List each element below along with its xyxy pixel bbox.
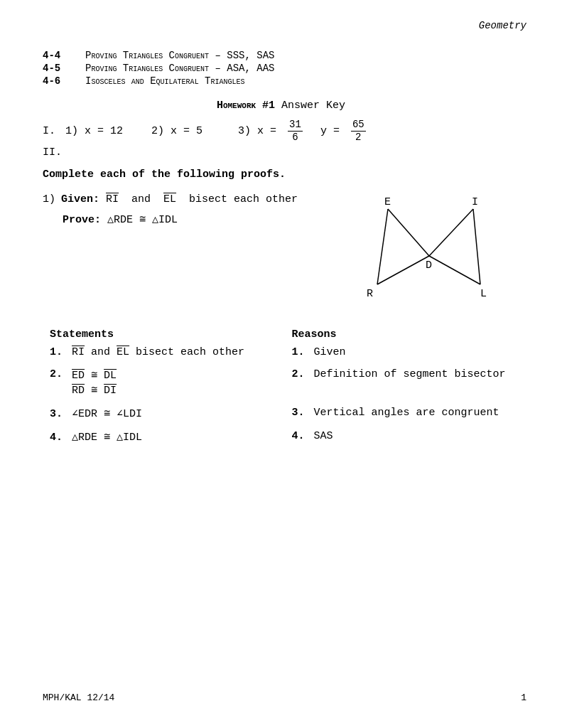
svg-line-3	[473, 209, 480, 284]
reason-3: 3. Vertical angles are congruent	[278, 407, 520, 419]
stmt-num-2: 2.	[50, 368, 63, 380]
part-ii-label: II.	[43, 146, 519, 159]
stmt-num-4: 4.	[50, 432, 63, 444]
label-I: I	[472, 196, 478, 208]
proof-section-1: 1) Given: RI and EL bisect each other Pr…	[43, 193, 519, 314]
fraction-31-6: 31 6	[288, 119, 303, 144]
reason-num-1: 1.	[292, 346, 305, 358]
given-label: Given:	[61, 193, 100, 205]
section-num-44: 4-4	[43, 50, 71, 61]
ri-overline-stmt: RI	[72, 346, 85, 358]
numerator-65: 65	[351, 119, 366, 132]
statement-2: 2. ED ≅ DL RD ≅ DI	[43, 368, 278, 397]
section-titles: 4-4 Proving Triangles Congruent – SSS, S…	[43, 50, 519, 87]
reason-num-4: 4.	[292, 430, 305, 442]
reason-num-2: 2.	[292, 368, 305, 380]
denominator-6: 6	[291, 132, 299, 144]
homework-subtitle: Answer Key	[281, 100, 345, 112]
proof-table: Statements Reasons 1. RI and EL bisect e…	[43, 328, 519, 444]
label-L: L	[480, 288, 487, 300]
label-E: E	[384, 196, 391, 208]
statements-header: Statements	[43, 328, 278, 341]
section-row-45: 4-5 Proving Triangles Congruent – ASA, A…	[43, 63, 519, 74]
reason-num-3: 3.	[292, 407, 305, 419]
given-text: RI and EL bisect each other	[106, 193, 298, 205]
section-row-46: 4-6 Isosceles and Equilateral Triangles	[43, 75, 519, 87]
statement-4: 4. △RDE ≅ △IDL	[43, 430, 278, 444]
section-num-45: 4-5	[43, 63, 71, 74]
prove-label: Prove:	[63, 214, 102, 226]
svg-line-1	[388, 209, 429, 256]
footer: MPH/KAL 12/14 1	[43, 692, 526, 703]
reasons-header: Reasons	[278, 328, 520, 341]
proof-row-3: 3. ∠EDR ≅ ∠LDI 3. Vertical angles are co…	[43, 407, 519, 420]
answer-2: 2) x = 5	[151, 125, 202, 137]
prove-text: △RDE ≅ △IDL	[107, 213, 178, 226]
reason-4: 4. SAS	[278, 430, 520, 442]
footer-left: MPH/KAL 12/14	[43, 692, 114, 703]
section-desc-46: Isosceles and Equilateral Triangles	[85, 75, 244, 87]
ri-overline: RI	[106, 193, 119, 205]
answers-part-i: I. 1) x = 12 2) x = 5 3) x = 31 6 y = 65…	[43, 119, 519, 144]
section-num-46: 4-6	[43, 75, 71, 87]
reason-2: 2. Definition of segment bisector	[278, 368, 520, 380]
numerator-31: 31	[288, 119, 303, 132]
homework-header: Homework #1 Answer Key	[43, 100, 519, 112]
given-row: 1) Given: RI and EL bisect each other	[43, 193, 335, 205]
answer-1: 1) x = 12	[65, 125, 123, 137]
stmt-2b: RD ≅ DI	[72, 383, 117, 397]
diagram: E I D R L	[335, 193, 519, 314]
label-R: R	[367, 288, 373, 300]
answer-3: 3) x = 31 6 y = 65 2	[238, 119, 368, 144]
part-i-label: I.	[43, 125, 55, 137]
proof-row-1: 1. RI and EL bisect each other 1. Given	[43, 346, 519, 358]
svg-line-2	[377, 256, 429, 284]
section-desc-45: Proving Triangles Congruent – ASA, AAS	[85, 63, 274, 74]
problem-num: 1)	[43, 193, 55, 205]
section-row-44: 4-4 Proving Triangles Congruent – SSS, S…	[43, 50, 519, 61]
svg-line-5	[429, 256, 480, 284]
proof-left: 1) Given: RI and EL bisect each other Pr…	[43, 193, 335, 314]
subject-label: Geometry	[479, 20, 526, 31]
proof-row-4: 4. △RDE ≅ △IDL 4. SAS	[43, 430, 519, 444]
el-overline-stmt: EL	[117, 346, 129, 358]
diagram-svg: E I D R L	[349, 193, 505, 314]
proof-table-header: Statements Reasons	[43, 328, 519, 341]
statement-1: 1. RI and EL bisect each other	[43, 346, 278, 358]
stmt-num-1: 1.	[50, 346, 63, 358]
denominator-2: 2	[354, 132, 362, 144]
stacked-2: ED ≅ DL RD ≅ DI	[72, 368, 117, 397]
section-desc-44: Proving Triangles Congruent – SSS, SAS	[85, 50, 274, 61]
stmt-2a: ED ≅ DL	[72, 368, 117, 382]
instruction: Complete each of the following proofs.	[43, 168, 519, 181]
stmt-num-3: 3.	[50, 408, 63, 420]
prove-row: Prove: △RDE ≅ △IDL	[43, 213, 335, 226]
footer-right: 1	[521, 692, 526, 703]
homework-title: Homework #1	[217, 100, 275, 112]
el-overline: EL	[163, 193, 176, 205]
statement-3: 3. ∠EDR ≅ ∠LDI	[43, 407, 278, 420]
fraction-65-2: 65 2	[351, 119, 366, 144]
reason-1: 1. Given	[278, 346, 520, 358]
label-D: D	[426, 259, 432, 272]
svg-line-4	[429, 209, 473, 256]
svg-line-0	[377, 209, 388, 284]
proof-row-2: 2. ED ≅ DL RD ≅ DI 2. Definition of segm…	[43, 368, 519, 397]
